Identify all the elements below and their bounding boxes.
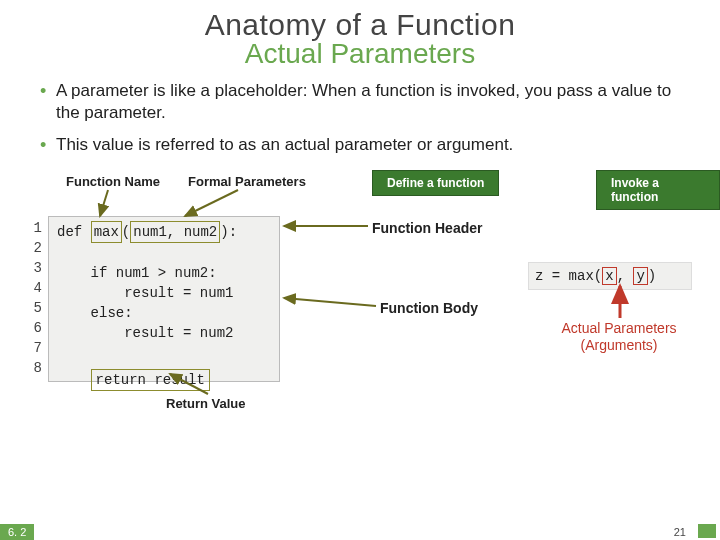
code-line: else: <box>57 305 133 321</box>
box-function-name: max <box>91 221 122 243</box>
keyword-def: def <box>57 224 82 240</box>
bullet-list: A parameter is like a placeholder: When … <box>0 74 720 174</box>
slide-subtitle: Actual Parameters <box>0 38 720 70</box>
label-function-body: Function Body <box>380 300 478 316</box>
line-number: 8 <box>28 358 42 378</box>
svg-line-1 <box>185 190 238 216</box>
box-return: return result <box>91 369 210 391</box>
box-actual-arg: y <box>633 267 647 285</box>
line-number: 2 <box>28 238 42 258</box>
line-number: 1 <box>28 218 42 238</box>
title-block: Anatomy of a Function Actual Parameters <box>0 0 720 74</box>
diagram-area: Function Name Formal Parameters Define a… <box>0 170 720 490</box>
code-definition-block: def max(num1, num2): if num1 > num2: res… <box>48 216 280 382</box>
line-number: 5 <box>28 298 42 318</box>
line-number: 3 <box>28 258 42 278</box>
code-line: result = num2 <box>57 325 233 341</box>
label-function-name: Function Name <box>58 174 168 189</box>
code-line: result = num1 <box>57 285 233 301</box>
footer-section-number: 6. 2 <box>0 524 34 540</box>
invoke-prefix: z = max( <box>535 268 602 284</box>
footer-page-number: 21 <box>674 526 686 538</box>
invoke-sep: , <box>617 268 634 284</box>
code-invoke-block: z = max(x, y) <box>528 262 692 290</box>
label-actual-parameters: Actual Parameters(Arguments) <box>544 320 694 354</box>
line-number-gutter: 1 2 3 4 5 6 7 8 <box>28 218 42 378</box>
slide-title: Anatomy of a Function <box>0 8 720 42</box>
label-function-header: Function Header <box>372 220 482 236</box>
invoke-suffix: ) <box>648 268 656 284</box>
bullet-item: This value is referred to as an actual p… <box>40 134 686 156</box>
badge-invoke-function: Invoke a function <box>596 170 720 210</box>
footer-logo-icon <box>698 524 716 538</box>
code-line: if num1 > num2: <box>57 265 217 281</box>
line-number: 7 <box>28 338 42 358</box>
bullet-item: A parameter is like a placeholder: When … <box>40 80 686 124</box>
label-return-value: Return Value <box>166 396 245 411</box>
svg-line-3 <box>284 298 376 306</box>
line-number: 6 <box>28 318 42 338</box>
label-formal-parameters: Formal Parameters <box>182 174 312 189</box>
box-formal-params: num1, num2 <box>130 221 220 243</box>
svg-line-0 <box>100 190 108 216</box>
badge-define-function: Define a function <box>372 170 499 196</box>
line-number: 4 <box>28 278 42 298</box>
box-actual-arg: x <box>602 267 616 285</box>
